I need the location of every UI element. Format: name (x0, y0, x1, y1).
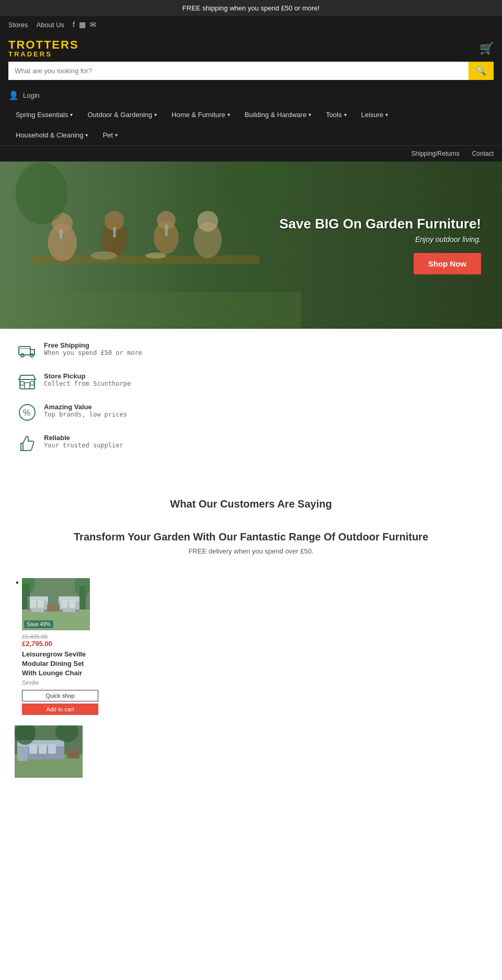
hero-title: Save BIG On Garden Furniture! (279, 216, 481, 232)
feature-subtitle: When you spend £50 or more (44, 349, 142, 356)
product-brand-1: Seville (22, 679, 98, 686)
svg-point-12 (91, 251, 117, 260)
svg-rect-17 (19, 347, 30, 355)
svg-rect-51 (29, 744, 37, 754)
shipping-returns-link[interactable]: Shipping/Returns (412, 150, 460, 157)
chevron-down-icon: ▾ (70, 112, 73, 118)
save-badge-1: Save 49% (24, 620, 53, 628)
svg-rect-37 (47, 604, 60, 612)
svg-rect-52 (39, 744, 47, 754)
svg-rect-11 (0, 292, 301, 328)
svg-rect-36 (75, 609, 79, 612)
email-icon[interactable]: ✉ (90, 20, 96, 29)
product-old-price-1: £5,495.00 (22, 633, 98, 640)
svg-rect-24 (30, 382, 34, 385)
garden-section: Transform Your Garden With Our Fantastic… (0, 521, 502, 578)
nav-top: Stores About Us f ▩ ✉ (0, 16, 502, 33)
about-link[interactable]: About Us (37, 21, 64, 29)
product-card-1: Save 49% £5,495.00 £2,795.00 Leisuregrow… (15, 578, 98, 715)
svg-rect-41 (69, 600, 75, 608)
top-banner: FREE shipping when you spend £50 or more… (0, 0, 502, 16)
product-name-1: Leisuregrow Seville Modular Dining Set W… (22, 650, 98, 678)
svg-rect-22 (25, 383, 30, 389)
svg-rect-21 (20, 379, 35, 389)
feature-free-shipping: Free Shipping When you spend £50 or more (17, 341, 485, 364)
svg-rect-40 (61, 600, 67, 608)
svg-rect-23 (20, 382, 24, 385)
login-row: 👤 Login (0, 86, 502, 105)
feature-title: Store Pickup (44, 372, 131, 380)
quick-shop-button-1[interactable]: Quick shop (22, 690, 98, 701)
search-input[interactable] (8, 62, 469, 80)
feature-subtitle: Top brands, low prices (44, 411, 127, 418)
feature-title: Reliable (44, 434, 123, 442)
add-to-cart-button-1[interactable]: Add to cart (22, 704, 98, 715)
customers-title: What Our Customers Are Saying (17, 498, 485, 510)
chevron-down-icon: ▾ (344, 112, 347, 118)
svg-point-8 (197, 211, 218, 232)
hero-banner: Save BIG On Garden Furniture! Enjoy outd… (0, 162, 502, 329)
main-nav: Spring Essentials ▾ Outdoor & Gardening … (0, 105, 502, 145)
login-link[interactable]: Login (23, 91, 40, 99)
logo-traders: TRADERS (8, 51, 79, 57)
contact-link[interactable]: Contact (472, 150, 494, 157)
store-icon (17, 372, 38, 395)
product-card-2 (15, 725, 98, 778)
svg-rect-16 (165, 224, 168, 236)
svg-rect-15 (113, 227, 116, 237)
logo[interactable]: TROTTERS TRADERS (8, 39, 79, 57)
nav-pet[interactable]: Pet ▾ (95, 125, 125, 145)
shop-now-button[interactable]: Shop Now (414, 253, 481, 274)
feature-title: Free Shipping (44, 341, 142, 349)
hero-image-decoration (0, 162, 301, 329)
chevron-down-icon: ▾ (154, 112, 157, 118)
nav-leisure[interactable]: Leisure ▾ (354, 105, 396, 125)
feature-subtitle: Your trusted supplier (44, 442, 123, 449)
nav-building-hardware[interactable]: Building & Hardware ▾ (237, 105, 319, 125)
instagram-icon[interactable]: ▩ (79, 20, 86, 29)
feature-store-pickup: Store Pickup Collect from Scunthorpe (17, 372, 485, 395)
products-list: Save 49% £5,495.00 £2,795.00 Leisuregrow… (0, 578, 502, 778)
feature-subtitle: Collect from Scunthorpe (44, 380, 131, 387)
chevron-down-icon: ▾ (227, 112, 230, 118)
svg-rect-39 (38, 600, 44, 608)
truck-icon (17, 341, 38, 364)
hero-content: Save BIG On Garden Furniture! Enjoy outd… (258, 195, 502, 295)
secondary-nav: Shipping/Returns Contact (0, 145, 502, 162)
customers-section: What Our Customers Are Saying (0, 477, 502, 521)
nav-spring-essentials[interactable]: Spring Essentials ▾ (8, 105, 80, 125)
product-price-1: £2,795.00 (22, 640, 98, 648)
nav-home-furniture[interactable]: Home & Furniture ▾ (164, 105, 237, 125)
product-image-bg-2 (15, 725, 83, 778)
thumbs-up-icon (17, 434, 38, 456)
features-section: Free Shipping When you spend £50 or more… (0, 329, 502, 477)
svg-rect-31 (27, 609, 31, 612)
garden-subtitle: FREE delivery when you spend over £50. (17, 547, 485, 555)
garden-title: Transform Your Garden With Our Fantastic… (17, 531, 485, 543)
svg-point-13 (145, 252, 166, 259)
nav-row-1: Spring Essentials ▾ Outdoor & Gardening … (8, 105, 494, 125)
search-bar: 🔍 (8, 62, 494, 80)
chevron-down-icon: ▾ (309, 112, 311, 118)
nav-row-2: Household & Cleaning ▾ Pet ▾ (8, 125, 494, 145)
nav-outdoor-gardening[interactable]: Outdoor & Gardening ▾ (80, 105, 164, 125)
nav-tools[interactable]: Tools ▾ (318, 105, 353, 125)
search-button[interactable]: 🔍 (469, 62, 494, 80)
banner-text: FREE shipping when you spend £50 or more… (182, 4, 320, 12)
cart-icon[interactable]: 🛒 (480, 42, 494, 55)
svg-rect-38 (30, 600, 36, 608)
product-image-1[interactable]: Save 49% (22, 578, 90, 630)
hero-subtitle: Enjoy outdoor living. (279, 235, 481, 244)
svg-point-9 (16, 162, 67, 224)
product-image-2[interactable] (15, 725, 83, 778)
stores-link[interactable]: Stores (8, 21, 28, 29)
logo-trotters: TROTTERS (8, 39, 79, 51)
feature-amazing-value: % Amazing Value Top brands, low prices (17, 403, 485, 425)
feature-reliable: Reliable Your trusted supplier (17, 434, 485, 456)
facebook-icon[interactable]: f (73, 20, 75, 29)
svg-rect-53 (48, 744, 56, 754)
svg-text:%: % (23, 408, 30, 417)
nav-household-cleaning[interactable]: Household & Cleaning ▾ (8, 125, 95, 145)
chevron-down-icon: ▾ (385, 112, 388, 118)
social-icons: f ▩ ✉ (73, 20, 96, 29)
